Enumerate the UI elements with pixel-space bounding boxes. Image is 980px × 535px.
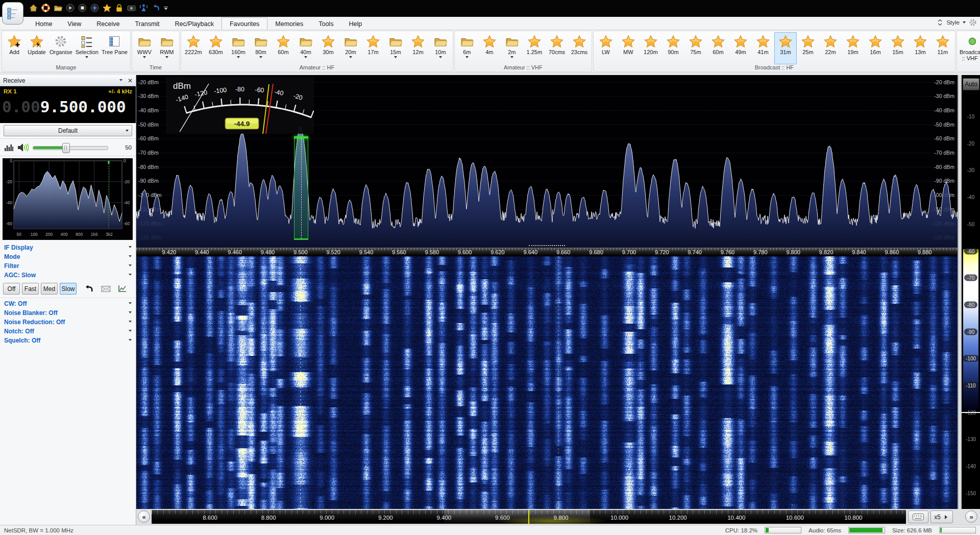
camera-icon[interactable]	[127, 4, 136, 12]
tab-help[interactable]: Help	[341, 18, 370, 30]
band-button-tree-pane[interactable]: Tree Pane	[100, 32, 129, 64]
chart-icon[interactable]	[118, 285, 127, 293]
nav-frequency-strip[interactable]: 8.6008.8009.0009.2009.4009.6009.80010.00…	[152, 510, 906, 524]
application-menu-button[interactable]	[2, 2, 23, 25]
band-button-2m[interactable]: 2m	[501, 32, 523, 64]
band-button-rwm[interactable]: RWM	[156, 32, 178, 64]
band-button-1-25m[interactable]: 1.25m	[523, 32, 546, 64]
stop-icon[interactable]	[78, 4, 87, 12]
band-button-40m[interactable]: 40m	[295, 32, 317, 64]
band-button-30m[interactable]: 30m	[317, 32, 339, 64]
band-button-mw[interactable]: MW	[617, 32, 640, 64]
waterfall-display[interactable]	[136, 256, 958, 509]
star-icon[interactable]	[102, 4, 111, 12]
band-button-60m[interactable]: 60m	[272, 32, 295, 64]
band-button-41m[interactable]: 41m	[752, 32, 774, 64]
keyboard-entry-button[interactable]	[908, 510, 928, 523]
band-button-90m[interactable]: 90m	[662, 32, 684, 64]
beacon-icon[interactable]	[139, 4, 148, 12]
section-noise-reduction-off[interactable]: Noise Reduction: Off	[0, 318, 136, 327]
section-mode[interactable]: Mode	[0, 252, 136, 261]
panel-close-icon[interactable]: ✕	[128, 77, 133, 84]
band-button-60m[interactable]: 60m	[707, 32, 729, 64]
add-circle-icon[interactable]	[90, 4, 99, 12]
zoom-x5-button[interactable]: x5	[930, 510, 953, 523]
profile-dropdown[interactable]: Default	[4, 125, 132, 136]
settings-gear-icon[interactable]	[969, 18, 977, 27]
band-button-120m[interactable]: 120m	[640, 32, 662, 64]
band-button-organise[interactable]: Organise	[48, 32, 74, 64]
panel-splitter[interactable]	[958, 75, 962, 509]
band-button-broadcast-vhf[interactable]: Broadcast:: VHF	[958, 32, 980, 70]
band-button-630m[interactable]: 630m	[205, 32, 227, 64]
envelope-icon[interactable]	[101, 285, 111, 293]
nav-right-button[interactable]: »	[965, 510, 977, 523]
agc-fast-button[interactable]: Fast	[22, 283, 39, 295]
band-button-17m[interactable]: 17m	[362, 32, 384, 64]
undo-icon[interactable]	[84, 285, 94, 293]
band-button-2222m[interactable]: 2222m	[182, 32, 205, 64]
band-button-selection[interactable]: Selection	[74, 32, 100, 64]
tab-transmit[interactable]: Transmit	[127, 18, 167, 30]
band-button-13m[interactable]: 13m	[909, 32, 932, 64]
tab-rec-playback[interactable]: Rec/Playback	[167, 18, 222, 30]
band-button-19m[interactable]: 19m	[842, 32, 864, 64]
band-button-16m[interactable]: 16m	[864, 32, 887, 64]
band-button-4m[interactable]: 4m	[478, 32, 501, 64]
band-button-49m[interactable]: 49m	[729, 32, 752, 64]
volume-slider-thumb[interactable]	[62, 143, 70, 153]
frequency-digits[interactable]: 0.009.500.000	[2, 98, 134, 116]
section-squelch-off[interactable]: Squelch: Off	[0, 336, 136, 345]
band-button-10m[interactable]: 10m	[429, 32, 452, 64]
band-button-31m[interactable]: 31m	[774, 32, 797, 64]
tab-home[interactable]: Home	[28, 18, 60, 30]
agc-slow-button[interactable]: Slow	[60, 283, 77, 295]
nav-left-button[interactable]: «	[138, 510, 150, 523]
band-button-12m[interactable]: 12m	[407, 32, 429, 64]
panel-dropdown-icon[interactable]	[119, 79, 122, 83]
tuned-signal-highlight[interactable]	[294, 136, 308, 240]
home-icon[interactable]	[29, 4, 38, 12]
band-button-22m[interactable]: 22m	[819, 32, 842, 64]
band-button-20m[interactable]: 20m	[339, 32, 362, 64]
band-button-6m[interactable]: 6m	[456, 32, 478, 64]
band-button-23cms[interactable]: 23cms	[568, 32, 591, 64]
tab-memories[interactable]: Memories	[267, 18, 311, 30]
band-button-15m[interactable]: 15m	[887, 32, 909, 64]
band-button-25m[interactable]: 25m	[797, 32, 819, 64]
band-button-160m[interactable]: 160m	[227, 32, 250, 64]
agc-med-button[interactable]: Med	[41, 283, 58, 295]
lock-icon[interactable]	[114, 4, 124, 12]
scale-reference-line[interactable]	[962, 412, 980, 413]
section-filter[interactable]: Filter	[0, 261, 136, 271]
frequency-display[interactable]: RX 1 +/- 4 kHz 0.009.500.000	[0, 86, 136, 123]
qat-more-dropdown-icon[interactable]	[163, 6, 168, 10]
band-button-80m[interactable]: 80m	[250, 32, 272, 64]
speaker-icon[interactable]	[17, 143, 29, 152]
style-label[interactable]: Style	[946, 19, 960, 26]
section-noise-blanker-off[interactable]: Noise Blanker: Off	[0, 308, 136, 318]
section-if-display[interactable]: IF Display	[0, 243, 136, 252]
tuning-step-label[interactable]: +/- 4 kHz	[108, 88, 132, 94]
band-button-wwv[interactable]: WWV	[133, 32, 156, 64]
agc-off-button[interactable]: Off	[3, 283, 20, 295]
section-cw-off[interactable]: CW: Off	[0, 299, 136, 308]
folder-icon[interactable]	[53, 4, 62, 12]
undo-icon[interactable]	[151, 4, 160, 12]
tab-tools[interactable]: Tools	[311, 18, 341, 30]
band-button-11m[interactable]: 11m	[932, 32, 954, 64]
tab-view[interactable]: View	[60, 18, 89, 30]
band-button-add[interactable]: Add	[3, 32, 26, 64]
play-icon[interactable]	[65, 4, 75, 12]
volume-slider[interactable]	[33, 143, 108, 152]
life-ring-icon[interactable]	[41, 4, 50, 12]
auto-scale-button[interactable]: Auto	[963, 78, 979, 90]
band-button-update[interactable]: Update	[26, 32, 48, 64]
tab-receive[interactable]: Receive	[89, 18, 127, 30]
band-button-15m[interactable]: 15m	[384, 32, 407, 64]
if-spectrum-display[interactable]: -20 dBm-20 dBm-30 dBm-30 dBm-40 dBm-40 d…	[136, 75, 958, 248]
ribbon-collapse-icon[interactable]	[937, 19, 943, 26]
section-agc-slow[interactable]: AGC: Slow	[0, 271, 136, 280]
style-dropdown-icon[interactable]	[963, 21, 966, 25]
band-button-75m[interactable]: 75m	[684, 32, 707, 64]
